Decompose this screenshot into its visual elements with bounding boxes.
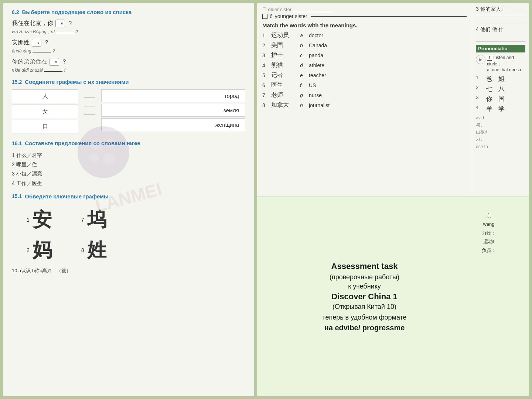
sentence-3: 你的弟弟住在 ∨ ？: [12, 58, 245, 66]
match-english-5: teacher: [309, 72, 326, 78]
tone-text: a tone that does n: [487, 67, 525, 72]
match-row-num-5: 5: [262, 72, 268, 78]
pair-char-4a: 羊: [486, 105, 492, 113]
side-fill-line2: [476, 34, 525, 42]
sentence-1: 我住在北京，你 ∨ ？: [12, 20, 245, 27]
match-section-header: Match the words with the meanings.: [262, 22, 467, 28]
dropdown-2-arrow-icon: ∨: [37, 41, 40, 45]
side-misc-1: avid.: [476, 115, 525, 122]
sentence-2-end: ？: [44, 39, 50, 47]
match-letter-8: h: [300, 102, 306, 108]
side-top-line1: 3 你的家人 f: [476, 6, 525, 15]
match-english-1: doctor: [309, 33, 323, 38]
side-top-line2: 4 他们 做 什: [476, 26, 525, 33]
right-main-content: ☐ elder sister _______________ 6 younger…: [257, 3, 472, 202]
char-col-left: 1 安 2 妈: [27, 207, 52, 263]
num-pair-3: 3 你 国: [476, 95, 525, 103]
section-151-title: Обведите ключевые графемы: [25, 193, 109, 200]
section-161-header: 16.1 Составьте предложения со словами ни…: [12, 140, 245, 146]
list-item: 4 工作／医生: [12, 179, 245, 188]
char-grid: 1 安 2 妈 7 坞 8: [12, 204, 245, 266]
assessment-overlay: Assessment task (проверочные работы) к у…: [257, 197, 529, 396]
right-panel-inner: ☐ elder sister _______________ 6 younger…: [257, 3, 529, 396]
match-row-1: 1 运动员 a doctor: [262, 31, 467, 39]
dropdown-3-value: [51, 59, 54, 65]
match-row-2: 2 美国 b Canada: [262, 41, 467, 49]
pair-char-1a: 爸: [486, 75, 492, 83]
match-left-2: 女: [12, 105, 78, 118]
match-chinese-2: 美国: [271, 41, 297, 49]
assessment-platform: на edvibe/ progressme: [324, 324, 405, 332]
match-row-3: 3 护士 c panda: [262, 51, 467, 59]
match-letter-1: a: [300, 33, 306, 38]
char-item-2: 2 妈: [27, 237, 52, 263]
char-item-1: 1 安: [27, 207, 52, 233]
side-misc-2: 与。: [476, 122, 525, 129]
sentence-1-text: 我住在北京，你: [12, 20, 53, 27]
assessment-content: Assessment task (проверочные работы) к у…: [269, 208, 460, 386]
match-row-8: 8 加拿大 h journalist: [262, 101, 467, 109]
match-letter-3: c: [300, 52, 306, 58]
assessment-inner: Assessment task (проверочные работы) к у…: [269, 208, 517, 386]
match-right-2: земля: [101, 104, 245, 117]
match-letter-5: e: [300, 72, 306, 78]
num-pair-4: 4 羊 学: [476, 105, 525, 113]
assessment-sub1: (проверочные работы): [330, 273, 399, 281]
char-chinese-1: 安: [33, 207, 52, 233]
checkbox-younger-sister[interactable]: 6 younger sister: [262, 13, 467, 19]
match-row-7: 7 老师 g nurse: [262, 91, 467, 99]
assessment-sub4: теперь в удобном формате: [322, 314, 406, 321]
match-letter-2: b: [300, 42, 306, 48]
listen-icon: 1: [487, 55, 492, 61]
match-row-num-6: 6: [262, 82, 268, 88]
side-bottom-5: 负员：: [464, 246, 514, 255]
num-pair-2: 2 七 八: [476, 85, 525, 93]
num-pair-1: 1 爸 姐: [476, 75, 525, 83]
section-152-number: 15.2: [12, 79, 22, 85]
checkbox-num: 6: [270, 13, 273, 19]
char-item-8: 8 姓: [81, 237, 106, 263]
dropdown-2-value: [34, 40, 36, 45]
match-letter-7: g: [300, 92, 306, 98]
assessment-product: Discover China 1: [331, 292, 398, 301]
listen-text-block: 1 Listen and circle t a tone that does n: [487, 55, 525, 72]
list-item: 2 哪里／住: [12, 160, 245, 169]
match-english-6: US: [309, 82, 316, 88]
match-chinese-8: 加拿大: [271, 101, 297, 109]
match-left-1: 人: [12, 89, 78, 103]
pronunciation-box: Pronunciatio: [476, 45, 525, 52]
match-row-num-1: 1: [262, 33, 268, 38]
checkbox-sq: [262, 14, 267, 19]
pair-char-2a: 七: [486, 85, 492, 93]
dropdown-3-arrow-icon: ∨: [55, 60, 57, 64]
pair-char-1b: 姐: [498, 75, 505, 83]
match-chinese-6: 医生: [271, 81, 297, 89]
side-misc-4: 力。: [476, 136, 525, 143]
left-content: 6.2 Выберите подходящее слово из списка …: [3, 3, 254, 282]
match-row-num-3: 3: [262, 52, 268, 58]
section-151-number: 15.1: [12, 193, 22, 199]
side-bottom-3: 力物：: [464, 229, 514, 237]
section-161-title: Составьте предложения со словами ниже: [25, 140, 140, 146]
char-chinese-7: 坞: [87, 207, 106, 233]
match-chinese-4: 熊猫: [271, 61, 297, 69]
sentence-list: 1 什么／名字 2 哪里／住 3 小姐／漂亮 4 工作／医生: [12, 151, 245, 188]
checkbox-area: ☐ elder sister _______________ 6 younger…: [262, 7, 467, 19]
match-letter-4: d: [300, 62, 306, 68]
dropdown-1[interactable]: ∨: [55, 20, 65, 27]
section-161: 16.1 Составьте предложения со словами ни…: [12, 140, 245, 188]
match-english-3: panda: [309, 52, 323, 58]
right-panel: ☐ elder sister _______________ 6 younger…: [257, 3, 529, 396]
pinyin-3: nǐde dìdi zhùzài ？: [12, 67, 245, 74]
section-161-number: 16.1: [12, 140, 22, 146]
bottom-text: 10 a认识 b你c高兴．（很）: [12, 266, 245, 276]
match-rows: 1 运动员 a doctor 2 美国 b Canada 3: [262, 31, 467, 109]
dropdown-3[interactable]: ∨: [50, 58, 59, 66]
dropdown-2[interactable]: ∨: [32, 39, 41, 47]
side-bottom-partial: ose th: [476, 144, 525, 149]
side-bottom-4: 运动I: [464, 237, 514, 246]
left-panel: LANMEI 6.2 Выберите подходящее слово из …: [3, 3, 254, 396]
sentence-2-text: 安娜姓: [12, 39, 30, 47]
audio-icon[interactable]: ▶: [476, 55, 485, 64]
side-bottom-2: wang: [464, 220, 514, 228]
